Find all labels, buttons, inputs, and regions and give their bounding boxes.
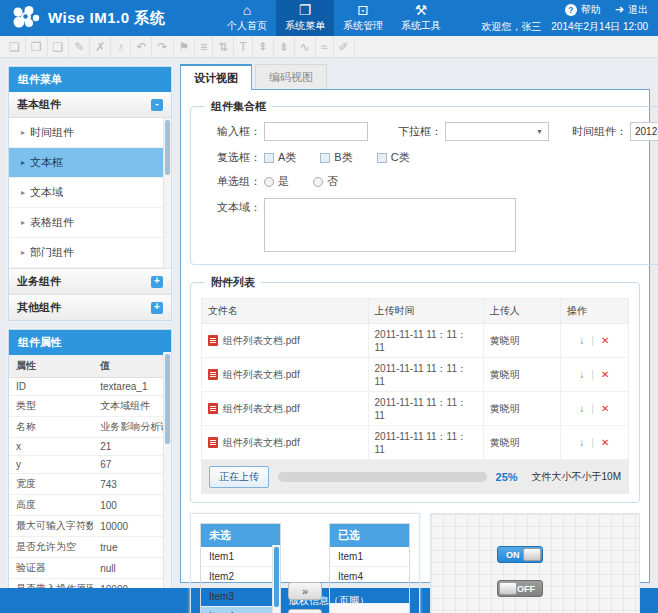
menu-item-department-component[interactable]: ▸ 部门组件 <box>9 238 171 268</box>
scrollbar-thumb[interactable] <box>165 120 170 175</box>
prop-attr: 宽度 <box>9 474 93 495</box>
action-separator: | <box>591 369 594 380</box>
list-scrollbar[interactable] <box>272 545 280 613</box>
text-input[interactable] <box>264 122 368 141</box>
dropdown-select[interactable]: ▼ <box>445 122 549 141</box>
logout-link[interactable]: ➜ 退出 <box>615 3 648 17</box>
nav-item-home[interactable]: ⌂ 个人首页 <box>218 0 276 36</box>
tab-code-view[interactable]: 编码视图 <box>255 64 327 89</box>
undo-icon[interactable]: ↶ <box>131 37 152 57</box>
radio-icon[interactable] <box>313 177 323 187</box>
menu-scrollbar[interactable] <box>163 118 171 268</box>
help-link[interactable]: ? 帮助 <box>565 3 601 17</box>
radio-icon[interactable] <box>264 177 274 187</box>
table-row: x21 <box>9 438 171 456</box>
prop-value: 文本域组件 <box>93 396 171 417</box>
application-window: Wise IM1.0 系统 ⌂ 个人首页 ❐ 系统菜单 ⊡ 系统管理 ⚒ 系统工… <box>0 0 658 613</box>
action-separator: | <box>591 403 594 414</box>
toggle-off-switch[interactable]: OFF <box>497 580 543 597</box>
checkbox-class-c[interactable]: C类 <box>377 150 410 165</box>
upload-time: 2011-11-11 11：11：11 <box>368 358 483 392</box>
list-item[interactable]: Item1 <box>201 547 280 567</box>
dual-list-box: 未选 Item1 Item2 Item3 Item4 Item5 Item6 I… <box>190 513 420 613</box>
expand-icon[interactable]: + <box>151 276 163 288</box>
caret-icon: ▸ <box>21 158 25 167</box>
checkbox-icon[interactable] <box>264 153 274 163</box>
help-label: 帮助 <box>581 3 601 17</box>
scrollbar-thumb[interactable] <box>165 354 170 444</box>
align-icon[interactable]: ≡ <box>195 37 213 57</box>
section-label: 其他组件 <box>17 300 61 315</box>
file-name[interactable]: 组件列表文档.pdf <box>223 436 300 450</box>
list-item[interactable]: Item4 <box>330 567 409 587</box>
file-name[interactable]: 组件列表文档.pdf <box>223 368 300 382</box>
radio-yes[interactable]: 是 <box>264 174 289 189</box>
date-input[interactable]: 2012-07-01 <box>630 122 658 141</box>
pulse-icon[interactable]: ≈ <box>316 37 334 57</box>
toggle-knob[interactable] <box>523 548 541 561</box>
app-title: Wise IM1.0 系统 <box>48 9 165 28</box>
checkbox-icon[interactable] <box>377 153 387 163</box>
delete-icon[interactable]: ✕ <box>601 369 609 380</box>
nav-label: 系统工具 <box>401 19 441 33</box>
move-left-button[interactable]: « <box>288 609 322 613</box>
collapse-icon[interactable]: - <box>151 99 163 111</box>
checkbox-class-a[interactable]: A类 <box>264 150 296 165</box>
prop-value: 100 <box>93 495 171 516</box>
sort-icon[interactable]: ⇅ <box>213 37 234 57</box>
menu-item-textarea[interactable]: ▸ 文本域 <box>9 178 171 208</box>
download-icon[interactable]: ↓ <box>579 335 584 346</box>
scrollbar-thumb[interactable] <box>274 547 279 607</box>
nav-item-system-manage[interactable]: ⊡ 系统管理 <box>334 0 392 36</box>
delete-icon[interactable]: ✕ <box>601 437 609 448</box>
open-folder-icon[interactable]: ❐ <box>26 37 48 57</box>
selected-list-title: 已选 <box>330 524 409 547</box>
list-item[interactable]: Item3 <box>201 587 280 607</box>
delete-icon[interactable]: ✗ <box>90 37 111 57</box>
save-icon[interactable]: ❑ <box>48 37 70 57</box>
file-name[interactable]: 组件列表文档.pdf <box>223 334 300 348</box>
move-right-button[interactable]: » <box>288 582 322 600</box>
edit-icon[interactable]: ✎ <box>69 37 90 57</box>
nav-item-system-tools[interactable]: ⚒ 系统工具 <box>392 0 450 36</box>
section-basic-components[interactable]: 基本组件 - <box>9 92 171 118</box>
checkbox-class-b[interactable]: B类 <box>320 150 352 165</box>
download-icon[interactable]: ↓ <box>579 369 584 380</box>
text-icon[interactable]: T <box>234 37 252 57</box>
textarea-field[interactable] <box>264 198 516 252</box>
nav-item-system-menu[interactable]: ❐ 系统菜单 <box>276 0 334 36</box>
radio-no[interactable]: 否 <box>313 174 338 189</box>
uploading-button[interactable]: 正在上传 <box>209 466 269 488</box>
delete-icon[interactable]: ✕ <box>601 403 609 414</box>
toggle-on-switch[interactable]: ON <box>497 546 543 563</box>
checkbox-icon[interactable] <box>320 153 330 163</box>
menu-item-table-component[interactable]: ▸ 表格组件 <box>9 208 171 238</box>
props-scrollbar[interactable] <box>163 352 171 613</box>
menu-item-label: 时间组件 <box>30 125 74 140</box>
wave-icon[interactable]: ∿ <box>295 37 316 57</box>
section-other-components[interactable]: 其他组件 + <box>9 295 171 320</box>
tab-design-view[interactable]: 设计视图 <box>180 64 252 90</box>
prop-value: null <box>93 558 171 579</box>
file-name[interactable]: 组件列表文档.pdf <box>223 402 300 416</box>
prop-attr: 最大可输入字符数 <box>9 516 93 537</box>
download-icon[interactable]: ↓ <box>579 437 584 448</box>
expand-icon[interactable]: + <box>151 302 163 314</box>
flag-icon[interactable]: ⚑ <box>174 37 196 57</box>
import-icon[interactable]: ⇞ <box>253 37 274 57</box>
download-icon[interactable]: ↓ <box>579 403 584 414</box>
publish-icon[interactable]: ♁ <box>111 37 131 57</box>
table-row: IDtextarea_1 <box>9 378 171 396</box>
toggle-knob[interactable] <box>499 582 517 595</box>
section-business-components[interactable]: 业务组件 + <box>9 269 171 295</box>
menu-item-time-component[interactable]: ▸ 时间组件 <box>9 118 171 148</box>
export-icon[interactable]: ⇟ <box>274 37 295 57</box>
list-item[interactable]: Item1 <box>330 547 409 567</box>
redo-icon[interactable]: ↷ <box>152 37 173 57</box>
pen-icon[interactable]: ✐ <box>334 37 355 57</box>
menu-item-textbox[interactable]: ▸ 文本框 <box>9 148 171 178</box>
delete-icon[interactable]: ✕ <box>601 335 609 346</box>
list-item-selected[interactable]: Item4 <box>201 607 280 613</box>
list-item[interactable]: Item2 <box>201 567 280 587</box>
new-file-icon[interactable]: ❏ <box>4 37 26 57</box>
